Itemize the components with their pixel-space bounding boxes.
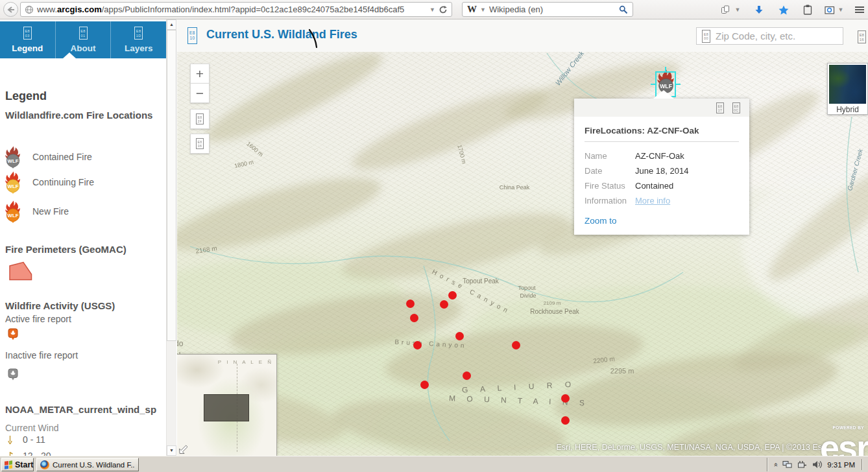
search-engine-label: Wikipedia (en)	[489, 5, 616, 14]
map-tool-2-icon: E8 08	[196, 138, 204, 149]
map-edge-label: do	[177, 339, 183, 348]
menu-hamburger-icon[interactable]	[852, 3, 867, 17]
fire-dot[interactable]	[440, 300, 448, 309]
url-bar[interactable]: www.arcgis.com/apps/PublicInformation/in…	[20, 2, 452, 17]
zoom-to-link[interactable]: Zoom to	[585, 216, 617, 226]
network-icon[interactable]	[782, 460, 792, 469]
contained-fire-label: Contained Fire	[32, 152, 92, 162]
feature-popup: E8 17 E8 0C FireLocations: AZ-CNF-Oak Na…	[574, 99, 749, 235]
contour-texture	[177, 52, 868, 456]
map-tool-button-1[interactable]: E8 2F	[190, 109, 210, 129]
fire-dot[interactable]	[561, 394, 570, 403]
locate-icon: E8 00	[702, 30, 710, 43]
map-label: 2109 m	[544, 300, 561, 306]
fire-dot[interactable]	[410, 314, 418, 322]
wind-range-row-2: 12 - 20	[6, 451, 51, 456]
back-button[interactable]	[3, 2, 18, 17]
overview-extent-box[interactable]	[204, 394, 249, 421]
zoom-in-button[interactable]: +	[190, 64, 210, 84]
tray-expand-icon[interactable]: »	[771, 462, 779, 466]
selection-tick	[676, 84, 681, 85]
fire-dot[interactable]	[413, 341, 422, 349]
scroll-up-icon[interactable]: ▲	[167, 19, 176, 30]
basemap-toggle[interactable]: Hybrid	[827, 63, 868, 115]
wind-range-1-label: 0 - 11	[23, 434, 45, 445]
fire-dot[interactable]	[561, 416, 570, 425]
clipboard-icon[interactable]	[800, 3, 815, 17]
url-dropdown-icon[interactable]: ▼	[429, 6, 435, 13]
overview-map[interactable]: P I N A L E Ñ	[177, 354, 277, 456]
tab-layers[interactable]: E8 1D Layers	[111, 21, 166, 58]
layers-tab-icon: E8 1D	[134, 27, 143, 40]
new-fire-label: New Fire	[32, 206, 69, 217]
usgs-heading: Wildfire Activity (USGS)	[5, 300, 162, 312]
pages-dropdown-icon[interactable]: ▼	[734, 3, 741, 17]
tab-layers-label: Layers	[125, 43, 153, 53]
search-engine-dropdown-icon[interactable]: ▼	[480, 6, 486, 13]
screenshot-icon[interactable]	[822, 3, 838, 17]
legend-tab-icon: E8 03	[23, 27, 32, 40]
reload-icon[interactable]	[439, 5, 448, 14]
wind-arrow-icon	[6, 435, 14, 445]
popup-field-value: AZ-CNF-Oak	[635, 148, 684, 163]
browser-toolbar: www.arcgis.com/apps/PublicInformation/in…	[0, 0, 868, 19]
taskbar: Start Current U.S. Wildland F... » 9:31 …	[0, 456, 868, 472]
popup-field-label: Name	[585, 148, 635, 163]
map-label: 2295 m	[610, 367, 634, 375]
map-header: E8 10 Current U.S. Wildland Fires E8 00 …	[177, 19, 868, 52]
screenshot-dropdown-icon[interactable]: ▼	[837, 3, 845, 17]
url-text: www.arcgis.com/apps/PublicInformation/in…	[37, 5, 426, 14]
fire-dot[interactable]	[448, 291, 457, 300]
device-plug-icon[interactable]	[797, 460, 807, 469]
active-fire-report-label: Active fire report	[5, 314, 71, 324]
wind-range-row-1: 0 - 11	[6, 434, 45, 445]
map-label: China Peak	[500, 184, 530, 191]
fire-dot[interactable]	[455, 332, 464, 340]
popup-row-date: Date June 18, 2014	[585, 163, 739, 178]
scroll-down-icon[interactable]: ▼	[167, 445, 176, 456]
search-options-icon[interactable]: E8 16	[858, 30, 866, 43]
browser-search-box[interactable]: W ▼ Wikipedia (en)	[462, 2, 633, 17]
volume-icon[interactable]	[812, 460, 822, 469]
system-tray: » 9:31 PM	[767, 458, 867, 471]
pages-icon[interactable]	[717, 3, 733, 17]
tab-legend[interactable]: E8 03 Legend	[0, 21, 56, 58]
fire-dot[interactable]	[512, 341, 520, 349]
start-button[interactable]: Start	[1, 458, 34, 471]
zoom-out-button[interactable]: −	[190, 83, 210, 103]
sidebar-scrollbar[interactable]: ▲ ▼	[166, 19, 176, 456]
sidebar-tabbar: E8 03 Legend E8 01 About E8 1D Layers	[0, 21, 166, 58]
map-tool-button-2[interactable]: E8 08	[190, 134, 210, 154]
perimeters-heading: Fire Perimeters (GeoMAC)	[5, 243, 162, 255]
windows-flag-icon	[5, 460, 12, 469]
popup-field-value: Contained	[635, 178, 673, 193]
active-tab-notch	[63, 53, 76, 58]
popup-close-icon[interactable]: E8 0C	[732, 102, 740, 113]
zipcode-search-input[interactable]	[716, 30, 838, 41]
popup-field-label: Information	[585, 193, 635, 208]
current-wind-label: Current Wind	[5, 423, 58, 433]
popup-pointer	[653, 90, 674, 99]
fire-dot[interactable]	[463, 372, 471, 380]
clock: 9:31 PM	[827, 461, 855, 469]
fire-dot[interactable]	[406, 300, 415, 308]
wind-arrow-icon	[6, 451, 14, 456]
legend-item-contained-fire: WLF Contained Fire	[4, 145, 92, 169]
scrollbar-thumb[interactable]	[167, 30, 176, 341]
popup-field-label: Date	[585, 163, 635, 178]
more-info-link[interactable]: More info	[635, 193, 670, 208]
downloads-icon[interactable]	[751, 3, 767, 17]
bookmark-star-icon[interactable]	[776, 3, 791, 17]
zipcode-search-box[interactable]: E8 00	[696, 27, 843, 45]
continuing-fire-label: Continuing Fire	[32, 177, 94, 187]
esri-logo: esri	[820, 427, 868, 456]
fire-dot[interactable]	[420, 381, 429, 389]
popup-dock-icon[interactable]: E8 17	[716, 102, 724, 113]
inactive-fire-report-icon	[8, 368, 18, 381]
popup-field-value: June 18, 2014	[635, 163, 688, 178]
search-icon[interactable]	[619, 5, 628, 14]
overview-collapse-icon[interactable]	[178, 443, 189, 454]
popup-title: FireLocations: AZ-CNF-Oak	[585, 126, 739, 136]
taskbar-window-button[interactable]: Current U.S. Wildland F...	[36, 458, 139, 471]
map-canvas[interactable]: Willow CreekChina PeakTopout PeakTopoutD…	[177, 52, 868, 456]
